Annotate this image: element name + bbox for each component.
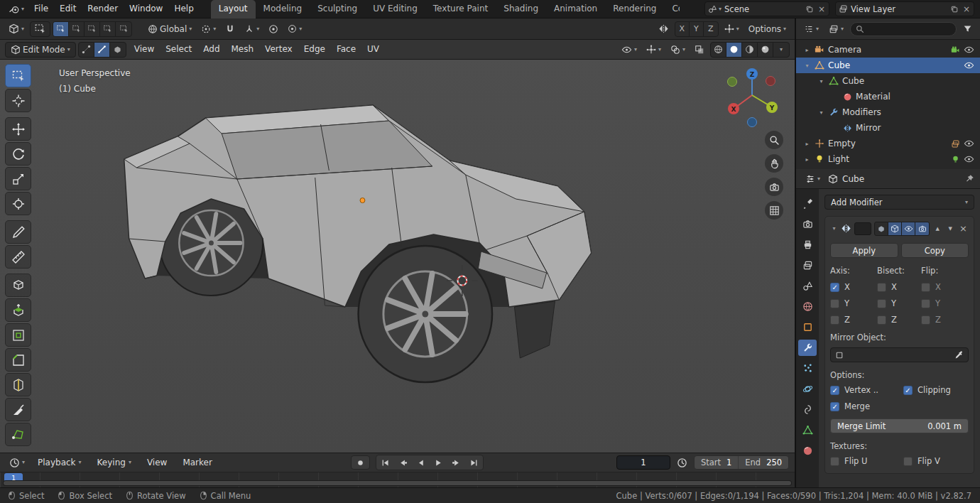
outliner-row-camera[interactable]: ▸ Camera (796, 42, 980, 58)
tab-scene[interactable] (798, 278, 817, 294)
expand-icon[interactable]: ▸ (803, 156, 811, 163)
eye-icon[interactable] (964, 155, 974, 163)
eye-icon[interactable] (964, 61, 974, 70)
material-shading-button[interactable] (742, 43, 758, 57)
overlays-dropdown[interactable]: ▾ (667, 42, 689, 58)
tool-loop-cut-button[interactable] (5, 373, 31, 396)
preview-range-toggle[interactable] (673, 455, 691, 470)
timeline-scrollbar[interactable] (3, 480, 792, 486)
tab-constraints[interactable] (798, 401, 817, 418)
tab-tool[interactable] (798, 195, 817, 212)
modifier-name-field[interactable] (854, 222, 871, 235)
outliner-editor-button[interactable]: ▾ (800, 21, 822, 37)
outliner-item-label[interactable]: Camera (828, 45, 861, 55)
vertex-groups-checkbox[interactable] (830, 386, 839, 395)
pan-button[interactable] (765, 154, 783, 173)
scrollbar-handle[interactable] (4, 481, 791, 485)
tool-annotate-button[interactable] (5, 220, 31, 244)
eye-icon[interactable] (964, 45, 974, 54)
outliner-item-label[interactable]: Material (856, 92, 891, 102)
properties-editor-button[interactable]: ▾ (802, 171, 824, 187)
menu-window[interactable]: Window (124, 0, 168, 18)
snap-toggle[interactable] (222, 21, 239, 37)
tool-poly-build-button[interactable] (5, 423, 31, 446)
new-view-layer-button[interactable] (949, 5, 959, 13)
workspace-tab-texture-paint[interactable]: Texture Paint (425, 0, 496, 18)
eye-icon[interactable] (964, 139, 974, 148)
tab-world[interactable] (798, 298, 817, 315)
flip-y-checkbox[interactable] (921, 299, 930, 308)
tool-move-button[interactable] (5, 117, 31, 141)
expand-icon[interactable]: ▾ (817, 78, 825, 85)
proportional-edit-toggle[interactable] (265, 21, 282, 37)
expand-icon[interactable]: ▾ (803, 63, 811, 69)
zoom-button[interactable] (765, 131, 783, 149)
menu-face[interactable]: Face (331, 40, 361, 58)
new-scene-button[interactable] (805, 5, 815, 13)
mirror-object-field[interactable] (830, 347, 969, 362)
workspace-tab-shading[interactable]: Shading (496, 0, 546, 18)
tool-add-cube-button[interactable] (5, 274, 31, 297)
tool-measure-button[interactable] (5, 245, 31, 269)
remove-modifier-button[interactable]: × (958, 223, 969, 234)
mirror-y-toggle[interactable]: Y (690, 22, 704, 36)
next-keyframe-button[interactable] (447, 455, 465, 470)
jump-end-button[interactable] (465, 455, 483, 470)
outliner-filter-button[interactable] (959, 21, 976, 37)
merge-checkbox[interactable] (830, 402, 839, 411)
menu-edit[interactable]: Edit (54, 0, 82, 18)
workspace-tab-rendering[interactable]: Rendering (605, 0, 664, 18)
select-mode-subtract-button[interactable] (85, 22, 100, 36)
outliner-row-modifiers[interactable]: ▾ Modifiers (796, 104, 980, 120)
outliner-row-cube-object[interactable]: ▾ Cube (796, 58, 980, 73)
workspace-tab-layout[interactable]: Layout (211, 0, 256, 18)
eyedropper-icon[interactable] (954, 350, 964, 359)
flip-z-checkbox[interactable] (921, 315, 930, 325)
menu-vertex[interactable]: Vertex (259, 40, 298, 58)
unlink-scene-button[interactable]: × (817, 4, 826, 14)
xray-toggle[interactable] (691, 42, 708, 58)
tool-transform-button[interactable] (5, 192, 31, 215)
proportional-falloff-dropdown[interactable]: ▾ (284, 21, 305, 37)
outliner-row-empty[interactable]: ▸ Empty (796, 136, 980, 151)
tab-object-data[interactable] (798, 422, 817, 438)
menu-file[interactable]: File (28, 0, 54, 18)
tool-scale-button[interactable] (5, 167, 31, 190)
wireframe-shading-button[interactable] (711, 43, 726, 57)
merge-limit-slider[interactable]: Merge Limit 0.001 m (830, 418, 969, 433)
realtime-toggle[interactable] (902, 222, 915, 235)
end-frame-field[interactable]: End 250 (738, 456, 788, 469)
start-frame-field[interactable]: Start 1 (695, 456, 738, 469)
expand-icon[interactable]: ▸ (803, 47, 811, 53)
apply-button[interactable]: Apply (830, 243, 898, 258)
jump-start-button[interactable] (376, 455, 394, 470)
current-frame-field[interactable]: 1 (616, 455, 670, 470)
viewport-3d[interactable]: User Perspective (1) Cube (0, 60, 795, 453)
move-modifier-down-button[interactable]: ▼ (945, 222, 955, 235)
workspace-tab-animation[interactable]: Animation (546, 0, 605, 18)
camera-view-button[interactable] (765, 178, 783, 196)
outliner-item-label[interactable]: Cube (842, 76, 864, 86)
workspace-tab-uv-editing[interactable]: UV Editing (365, 0, 425, 18)
mode-dropdown[interactable]: Edit Mode ▾ (5, 42, 76, 58)
editor-type-button[interactable]: ▾ (5, 21, 28, 37)
vertex-select-mode[interactable] (79, 43, 94, 57)
tab-modifiers[interactable] (798, 340, 817, 356)
active-tool-button[interactable] (30, 21, 50, 37)
menu-help[interactable]: Help (168, 0, 199, 18)
select-mode-intersect-button[interactable] (116, 22, 131, 36)
play-reverse-button[interactable] (412, 455, 430, 470)
tool-rotate-button[interactable] (5, 142, 31, 166)
outliner-row-mirror[interactable]: Mirror (796, 120, 980, 136)
outliner-row-cube-data[interactable]: ▾ Cube (796, 73, 980, 89)
gizmo-neg-z-ball[interactable] (748, 118, 757, 127)
outliner-row-light[interactable]: ▸ Light (796, 151, 980, 167)
menu-timeline-view[interactable]: View (141, 454, 173, 472)
menu-playback[interactable]: Playback▾ (31, 454, 88, 472)
menu-render[interactable]: Render (82, 0, 124, 18)
select-mode-invert-button[interactable] (100, 22, 116, 36)
scene-name[interactable]: Scene (724, 4, 802, 14)
pin-icon[interactable] (965, 174, 974, 183)
blender-menu-button[interactable]: ▾ (4, 4, 28, 15)
bisect-z-checkbox[interactable] (877, 315, 886, 325)
